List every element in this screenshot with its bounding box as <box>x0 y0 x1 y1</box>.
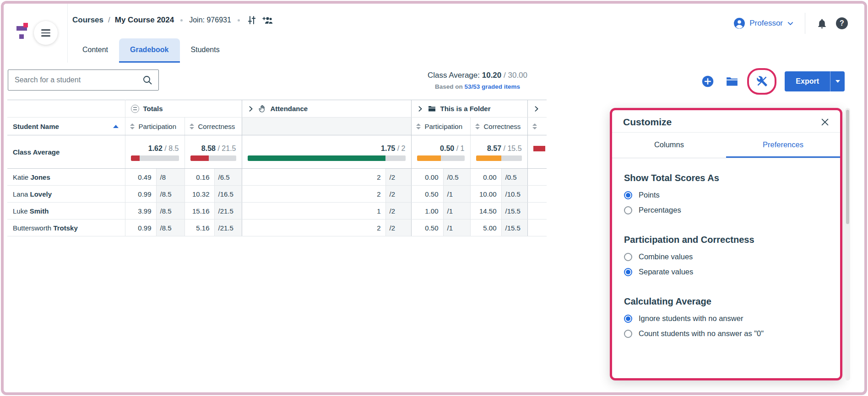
grade-cell[interactable]: 0.00 <box>470 169 501 186</box>
student-row[interactable]: Katie Jones 0.49 /8 0.16 /6.5 2 /2 0.00 … <box>7 169 547 186</box>
avg-totals-correctness: 8.58 / 21.5 <box>184 135 242 169</box>
student-row[interactable]: Lana Lovely 0.99 /8.5 10.32 /16.5 2 /2 0… <box>7 186 547 203</box>
sort-icon[interactable] <box>475 123 480 129</box>
radio-option-percentages[interactable]: Percentages <box>624 206 828 214</box>
radio-icon[interactable] <box>624 330 632 338</box>
student-row[interactable]: Buttersworth Trotsky 0.99 /8.5 5.16 /21.… <box>7 219 547 236</box>
group-totals[interactable]: Totals <box>125 100 242 118</box>
grade-cell[interactable]: 2 <box>242 219 385 236</box>
export-button[interactable]: Export <box>785 71 830 91</box>
totals-correctness-header[interactable]: Correctness <box>184 118 242 135</box>
hamburger-menu-button[interactable] <box>34 21 58 45</box>
radio-icon[interactable] <box>624 206 632 214</box>
invite-students-icon[interactable] <box>262 15 273 26</box>
student-row[interactable]: Luke Smith 3.99 /8.5 15.16 /21.5 1 /2 1.… <box>7 203 547 219</box>
breadcrumb-current-course: My Course 2024 <box>115 16 174 25</box>
panel-tabs: Columns Preferences <box>612 132 840 158</box>
radio-selected-icon[interactable] <box>624 315 632 323</box>
grade-cell[interactable]: 15.16 <box>184 203 214 219</box>
max-cell: /6.5 <box>214 169 242 186</box>
folder-participation-header[interactable]: Participation <box>411 118 470 135</box>
scrollbar-track[interactable] <box>845 108 850 380</box>
grade-cell[interactable]: 14.50 <box>470 203 501 219</box>
group-next-collapsed[interactable] <box>527 100 547 118</box>
separator-dot <box>180 19 183 21</box>
group-attendance[interactable]: Attendance <box>242 100 411 118</box>
grade-cell[interactable]: 10.32 <box>184 186 214 203</box>
add-item-icon[interactable] <box>701 75 714 88</box>
sort-ascending-icon[interactable] <box>113 125 119 128</box>
hidden-column-header[interactable] <box>527 118 547 135</box>
class-average-value: 10.20 <box>482 71 502 80</box>
radio-option-points[interactable]: Points <box>624 191 828 199</box>
totals-participation-header[interactable]: Participation <box>125 118 184 135</box>
radio-option-combine[interactable]: Combine values <box>624 252 828 261</box>
chevron-right-icon[interactable] <box>248 106 254 112</box>
search-icon[interactable] <box>142 75 153 86</box>
radio-selected-icon[interactable] <box>624 191 632 199</box>
account-menu-button[interactable]: Professor <box>733 17 794 29</box>
max-cell: /1 <box>443 203 470 219</box>
folder-correctness-header[interactable]: Correctness <box>470 118 527 135</box>
export-dropdown-button[interactable] <box>830 71 845 91</box>
graded-items-link[interactable]: 53/53 graded items <box>464 83 520 90</box>
progress-fill <box>417 155 441 161</box>
grade-cell[interactable]: 3.99 <box>125 203 156 219</box>
radio-option-count-no-answer-zero[interactable]: Count students with no answer as "0" <box>624 329 828 338</box>
grade-cell[interactable]: 5.16 <box>184 219 214 236</box>
max-cell: /15.5 <box>501 203 527 219</box>
radio-selected-icon[interactable] <box>624 268 632 276</box>
grade-cell[interactable]: 0.16 <box>184 169 214 186</box>
grade-cell[interactable]: 2 <box>242 169 385 186</box>
course-settings-icon[interactable] <box>246 15 257 26</box>
grade-cell[interactable]: 0.50 <box>411 186 443 203</box>
grade-cell[interactable]: 1.00 <box>411 203 443 219</box>
sort-icon[interactable] <box>190 123 194 129</box>
chevron-right-icon[interactable] <box>417 106 423 112</box>
radio-icon[interactable] <box>624 253 632 261</box>
group-folder[interactable]: This is a Folder <box>411 100 527 118</box>
folder-icon[interactable] <box>725 75 739 88</box>
help-icon[interactable]: ? <box>836 17 848 29</box>
tophat-logo[interactable] <box>16 23 33 39</box>
course-tabs: Content Gradebook Students <box>71 38 231 63</box>
breadcrumb-courses-link[interactable]: Courses <box>72 16 103 25</box>
gradebook-table: Totals Attendance This is a Folder <box>7 100 547 236</box>
export-button-group: Export <box>785 71 845 91</box>
close-icon[interactable] <box>820 117 830 127</box>
max-cell: /2 <box>385 186 411 203</box>
grade-cell[interactable]: 0.00 <box>411 169 443 186</box>
max-cell: /2 <box>385 169 411 186</box>
grade-cell[interactable]: 0.99 <box>125 186 156 203</box>
toolbar-actions: Export <box>701 63 845 100</box>
chevron-right-icon[interactable] <box>533 106 540 112</box>
search-input[interactable] <box>8 76 142 84</box>
grade-cell[interactable]: 5.00 <box>470 219 501 236</box>
radio-option-separate[interactable]: Separate values <box>624 268 828 276</box>
scrollbar-thumb[interactable] <box>846 110 849 224</box>
sort-icon[interactable] <box>532 123 537 129</box>
tab-preferences[interactable]: Preferences <box>726 133 840 158</box>
sort-icon[interactable] <box>416 123 421 129</box>
header-divider <box>805 13 805 34</box>
customize-tools-icon[interactable] <box>756 75 768 87</box>
tab-gradebook[interactable]: Gradebook <box>119 38 179 63</box>
tab-content[interactable]: Content <box>71 38 119 63</box>
grade-cell[interactable]: 1 <box>242 203 385 219</box>
max-cell: /2 <box>385 219 411 236</box>
sort-icon[interactable] <box>130 123 135 129</box>
student-name-header[interactable]: Student Name <box>7 118 125 135</box>
totals-icon <box>131 105 139 113</box>
grade-cell[interactable]: 0.99 <box>125 219 156 236</box>
panel-title: Customize <box>623 117 672 128</box>
tab-students[interactable]: Students <box>180 38 231 63</box>
notifications-bell-icon[interactable] <box>816 18 828 29</box>
grade-cell[interactable]: 0.50 <box>411 219 443 236</box>
tab-columns[interactable]: Columns <box>612 133 726 158</box>
radio-option-ignore-no-answer[interactable]: Ignore students with no answer <box>624 314 828 323</box>
hidden-cell <box>527 203 547 219</box>
grade-cell[interactable]: 2 <box>242 186 385 203</box>
grade-cell[interactable]: 10.00 <box>470 186 501 203</box>
max-cell: /1 <box>443 186 470 203</box>
grade-cell[interactable]: 0.49 <box>125 169 156 186</box>
